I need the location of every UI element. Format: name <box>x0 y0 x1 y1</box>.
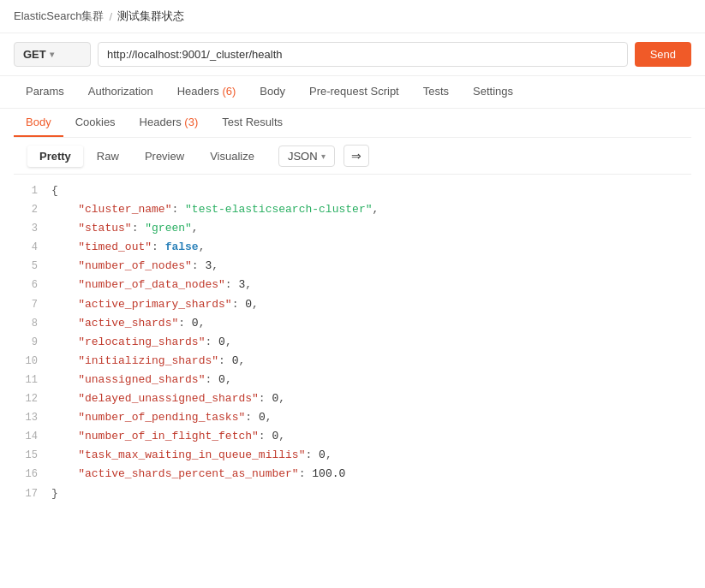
breadcrumb-current: 测试集群状态 <box>117 9 184 24</box>
json-line-1: 1 { <box>14 181 691 200</box>
tab-response-cookies[interactable]: Cookies <box>63 109 128 137</box>
format-raw[interactable]: Raw <box>85 146 131 167</box>
tab-params[interactable]: Params <box>14 76 76 108</box>
json-line-10: 10 "initializing_shards": 0, <box>14 352 691 371</box>
tab-headers[interactable]: Headers (6) <box>165 76 248 108</box>
tab-settings[interactable]: Settings <box>461 76 525 108</box>
send-button[interactable]: Send <box>635 42 691 67</box>
request-tab-bar: Params Authorization Headers (6) Body Pr… <box>0 76 705 109</box>
json-line-14: 14 "number_of_in_flight_fetch": 0, <box>14 427 691 446</box>
format-pretty[interactable]: Pretty <box>27 146 83 167</box>
format-type-label: JSON <box>288 150 318 163</box>
wrap-button[interactable]: ⇒ <box>344 145 369 167</box>
format-select-chevron: ▾ <box>321 151 326 161</box>
json-line-2: 2 "cluster_name": "test-elasticsearch-cl… <box>14 200 691 219</box>
url-input[interactable] <box>98 42 628 67</box>
json-line-4: 4 "timed_out": false, <box>14 238 691 257</box>
json-line-6: 6 "number_of_data_nodes": 3, <box>14 276 691 294</box>
breadcrumb-parent[interactable]: ElasticSearch集群 <box>14 9 104 24</box>
tab-tests[interactable]: Tests <box>411 76 461 108</box>
json-line-9: 9 "relocating_shards": 0, <box>14 333 691 352</box>
response-section: Body Cookies Headers (3) Test Results Pr… <box>0 109 705 510</box>
tab-pre-request-script[interactable]: Pre-request Script <box>297 76 411 108</box>
json-line-5: 5 "number_of_nodes": 3, <box>14 257 691 276</box>
json-line-11: 11 "unassigned_shards": 0, <box>14 371 691 389</box>
format-visualize[interactable]: Visualize <box>198 146 266 167</box>
json-line-16: 16 "active_shards_percent_as_number": 10… <box>14 465 691 484</box>
tab-authorization[interactable]: Authorization <box>76 76 165 108</box>
json-line-15: 15 "task_max_waiting_in_queue_millis": 0… <box>14 446 691 465</box>
json-line-12: 12 "delayed_unassigned_shards": 0, <box>14 389 691 408</box>
json-line-13: 13 "number_of_pending_tasks": 0, <box>14 408 691 427</box>
tab-response-body[interactable]: Body <box>14 109 63 137</box>
line-number: 1 <box>14 182 51 199</box>
method-select[interactable]: GET ▾ <box>14 42 91 67</box>
breadcrumb-separator: / <box>109 10 112 23</box>
tab-body[interactable]: Body <box>248 76 297 108</box>
json-line-7: 7 "active_primary_shards": 0, <box>14 295 691 314</box>
method-chevron: ▾ <box>50 50 54 59</box>
format-preview[interactable]: Preview <box>133 146 196 167</box>
tab-response-headers[interactable]: Headers (3) <box>128 109 211 137</box>
json-body: 1 { 2 "cluster_name": "test-elasticsearc… <box>14 175 691 510</box>
json-line-17: 17 } <box>14 484 691 503</box>
url-bar: GET ▾ Send <box>0 33 705 76</box>
breadcrumb: ElasticSearch集群 / 测试集群状态 <box>0 0 705 33</box>
json-line-8: 8 "active_shards": 0, <box>14 314 691 333</box>
format-row: Pretty Raw Preview Visualize JSON ▾ ⇒ <box>14 138 691 175</box>
format-select[interactable]: JSON ▾ <box>278 146 335 167</box>
tab-test-results[interactable]: Test Results <box>210 109 295 137</box>
response-tab-bar: Body Cookies Headers (3) Test Results <box>14 109 691 138</box>
method-label: GET <box>23 48 46 61</box>
json-line-3: 3 "status": "green", <box>14 219 691 238</box>
